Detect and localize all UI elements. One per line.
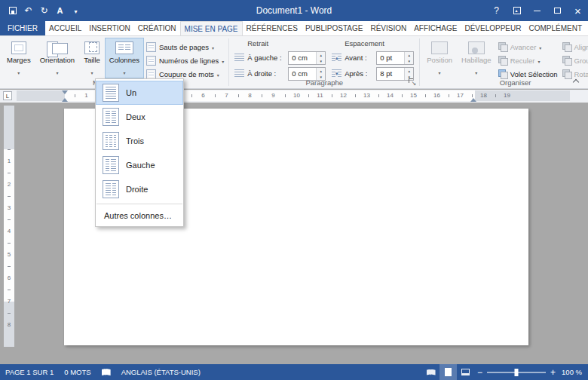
tab-fichier[interactable]: FICHIER <box>0 21 45 35</box>
paragraph-dialog-launcher[interactable] <box>408 78 416 86</box>
menu-item-autres-colonnes[interactable]: Autres colonnes… <box>96 207 183 225</box>
spin-up-icon[interactable] <box>317 68 325 74</box>
help-button[interactable] <box>486 0 507 21</box>
zoom-level[interactable]: 100 % <box>559 368 588 376</box>
tab-publipostage[interactable]: PUBLIPOSTAGE <box>302 21 367 35</box>
proofing-icon <box>102 369 111 375</box>
close-button[interactable] <box>568 0 588 21</box>
indent-left-spinner[interactable]: 0 cm <box>288 51 326 65</box>
style-button[interactable] <box>53 4 67 18</box>
zoom-out-button[interactable]: − <box>474 367 485 378</box>
menu-item-un[interactable]: Un <box>96 81 183 105</box>
grouper-button[interactable]: Grouper <box>560 54 588 67</box>
chevron-up-icon <box>573 78 579 84</box>
bring-forward-icon <box>498 42 507 51</box>
page-count[interactable]: PAGE 1 SUR 1 <box>0 364 59 380</box>
align-icon <box>562 42 571 51</box>
menu-item-gauche[interactable]: Gauche <box>96 153 183 177</box>
print-layout-icon <box>445 368 452 376</box>
redo-button[interactable] <box>37 4 51 18</box>
minimize-icon <box>534 11 541 11</box>
columns-dropdown-menu: Un Deux Trois Gauche Droite Autres colon… <box>95 78 184 227</box>
ribbon-display-options-button[interactable] <box>507 0 527 21</box>
save-button[interactable] <box>5 4 20 18</box>
a-droite-label: À droite : <box>247 69 285 78</box>
zoom-in-button[interactable]: + <box>547 367 559 378</box>
read-mode-button[interactable] <box>422 364 439 380</box>
undo-icon <box>24 5 32 16</box>
spin-up-icon[interactable] <box>317 52 325 58</box>
style-icon <box>57 5 63 16</box>
taille-button[interactable]: Taille <box>79 38 105 78</box>
print-layout-button[interactable] <box>439 364 457 380</box>
avancer-button[interactable]: Avancer <box>496 40 560 54</box>
undo-button[interactable] <box>21 4 35 18</box>
word-window: Document1 - Word FICHIER ACCUEIL INSERTI… <box>0 0 588 380</box>
chevron-down-icon <box>74 5 77 16</box>
position-icon <box>431 41 448 54</box>
word-count[interactable]: 0 MOTS <box>59 364 96 380</box>
aligner-button[interactable]: Aligner <box>560 40 588 54</box>
columns-three-icon <box>103 132 119 150</box>
web-layout-icon <box>461 369 470 375</box>
tab-mise-en-page[interactable]: MISE EN PAGE <box>180 21 243 36</box>
marges-button[interactable]: Marges <box>2 38 35 78</box>
reculer-button[interactable]: Reculer <box>496 54 560 67</box>
selection-pane-icon <box>498 69 507 78</box>
document-canvas: 1 2 3 4 5 6 7 8 <box>0 103 588 364</box>
numeros-de-lignes-button[interactable]: Numéros de lignes <box>144 54 226 67</box>
window-controls <box>486 0 588 21</box>
tab-affichage[interactable]: AFFICHAGE <box>410 21 461 35</box>
apres-label: Après : <box>345 69 373 78</box>
chevron-down-icon <box>123 64 125 78</box>
zoom-slider-thumb[interactable] <box>515 369 519 376</box>
retrait-heading: Retrait <box>247 39 326 48</box>
right-indent-marker[interactable] <box>470 95 476 102</box>
chevron-down-icon <box>212 43 214 51</box>
customize-qat-button[interactable] <box>69 4 83 18</box>
tab-creation[interactable]: CRÉATION <box>134 21 180 35</box>
menu-item-droite[interactable]: Droite <box>96 177 183 201</box>
orientation-button[interactable]: Orientation <box>35 38 79 78</box>
columns-icon <box>115 41 133 54</box>
zoom-slider[interactable] <box>487 372 546 373</box>
tab-stop-selector[interactable] <box>3 91 12 100</box>
proofing-status[interactable] <box>96 364 116 380</box>
tab-revision[interactable]: RÉVISION <box>366 21 410 35</box>
ribbon: Marges Orientation Taille Colonnes <box>0 36 588 89</box>
web-layout-button[interactable] <box>457 364 474 380</box>
tab-accueil[interactable]: ACCUEIL <box>45 21 85 35</box>
status-bar: PAGE 1 SUR 1 0 MOTS ANGLAIS (ÉTATS-UNIS)… <box>0 364 588 380</box>
menu-item-deux[interactable]: Deux <box>96 105 183 129</box>
collapse-ribbon-button[interactable] <box>570 76 582 85</box>
space-before-spinner[interactable]: 0 pt <box>376 51 414 65</box>
spin-up-icon[interactable] <box>405 68 413 74</box>
habillage-button[interactable]: Habillage <box>457 38 496 78</box>
tab-developpeur[interactable]: DÉVELOPPEUR <box>461 21 525 35</box>
menu-item-trois[interactable]: Trois <box>96 129 183 153</box>
orientation-icon <box>47 41 68 54</box>
tab-complement[interactable]: COMPLÉMENT <box>525 21 586 35</box>
vertical-ruler: 1 2 3 4 5 6 7 8 <box>4 106 14 347</box>
minimize-button[interactable] <box>527 0 547 21</box>
colonnes-button[interactable]: Colonnes <box>105 38 144 78</box>
maximize-button[interactable] <box>547 0 568 21</box>
chevron-down-icon <box>222 57 224 65</box>
ribbon-tab-row: FICHIER ACCUEIL INSERTION CRÉATION MISE … <box>0 21 588 36</box>
read-mode-icon <box>427 369 436 375</box>
spin-down-icon[interactable] <box>405 58 413 64</box>
hyphenation-icon <box>146 69 156 79</box>
sauts-de-pages-button[interactable]: Sauts de pages <box>144 40 226 54</box>
close-icon <box>574 5 581 17</box>
group-paragraph: Retrait À gauche : 0 cm À droite : 0 cm <box>229 36 419 88</box>
spin-down-icon[interactable] <box>317 58 325 64</box>
group-arrange: Position Habillage Avancer Reculer <box>420 36 588 88</box>
save-icon <box>9 7 17 14</box>
spin-up-icon[interactable] <box>405 52 413 58</box>
redo-icon <box>40 5 47 16</box>
tab-references[interactable]: RÉFÉRENCES <box>243 21 302 35</box>
language-status[interactable]: ANGLAIS (ÉTATS-UNIS) <box>116 364 206 380</box>
tab-insertion[interactable]: INSERTION <box>85 21 133 35</box>
hanging-indent-marker[interactable] <box>62 95 68 102</box>
position-button[interactable]: Position <box>422 38 457 78</box>
